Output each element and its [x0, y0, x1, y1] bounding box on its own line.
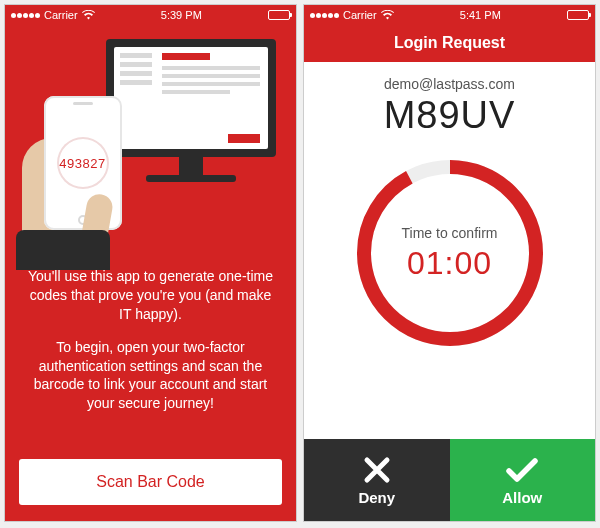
- clock: 5:41 PM: [460, 9, 501, 21]
- signal-icon: [11, 13, 40, 18]
- header: Carrier 5:41 PM Login Request: [304, 5, 595, 62]
- scan-barcode-label: Scan Bar Code: [96, 473, 205, 491]
- status-bar: Carrier 5:39 PM: [5, 5, 296, 25]
- allow-label: Allow: [502, 489, 542, 506]
- login-request-screen: Carrier 5:41 PM Login Request demo@lastp…: [303, 4, 596, 522]
- status-bar: Carrier 5:41 PM: [304, 5, 595, 25]
- intro-paragraph-1: You'll use this app to generate one-time…: [25, 267, 276, 324]
- countdown-ring: Time to confirm 01:00: [352, 155, 548, 351]
- countdown-timer: 01:00: [407, 245, 492, 282]
- scan-barcode-button[interactable]: Scan Bar Code: [19, 459, 282, 505]
- time-to-confirm-label: Time to confirm: [402, 225, 498, 241]
- otp-code-sample: 493827: [57, 137, 109, 189]
- signal-icon: [310, 13, 339, 18]
- carrier-label: Carrier: [343, 9, 377, 21]
- hand-holding-phone-graphic: 493827: [22, 88, 172, 258]
- carrier-label: Carrier: [44, 9, 78, 21]
- verification-code: M89UV: [384, 94, 516, 137]
- onboarding-illustration: 493827: [5, 25, 296, 255]
- battery-icon: [567, 10, 589, 20]
- allow-button[interactable]: Allow: [450, 439, 596, 521]
- clock: 5:39 PM: [161, 9, 202, 21]
- deny-label: Deny: [358, 489, 395, 506]
- battery-icon: [268, 10, 290, 20]
- close-icon: [362, 455, 392, 485]
- intro-paragraph-2: To begin, open your two-factor authentic…: [25, 338, 276, 414]
- account-email: demo@lastpass.com: [384, 76, 515, 92]
- check-icon: [505, 455, 539, 485]
- deny-button[interactable]: Deny: [304, 439, 450, 521]
- wifi-icon: [381, 10, 394, 20]
- onboarding-screen: Carrier 5:39 PM: [4, 4, 297, 522]
- wifi-icon: [82, 10, 95, 20]
- page-title: Login Request: [304, 25, 595, 62]
